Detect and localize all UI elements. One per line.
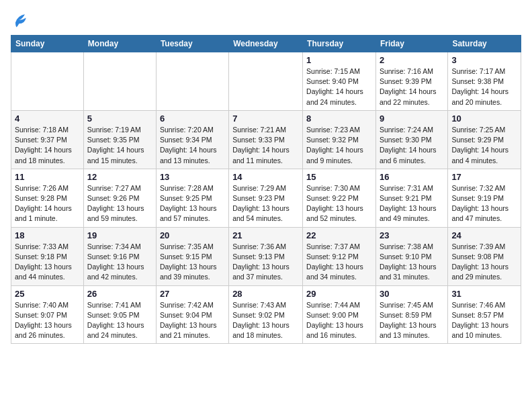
calendar-cell: 17Sunrise: 7:32 AMSunset: 9:19 PMDayligh… [448, 169, 521, 227]
calendar-cell: 20Sunrise: 7:35 AMSunset: 9:15 PMDayligh… [156, 227, 228, 285]
day-info: Sunrise: 7:45 AMSunset: 8:59 PMDaylight:… [380, 300, 444, 341]
calendar-cell: 25Sunrise: 7:40 AMSunset: 9:07 PMDayligh… [11, 285, 84, 344]
day-number: 12 [87, 172, 152, 182]
calendar-cell: 1Sunrise: 7:15 AMSunset: 9:40 PMDaylight… [303, 52, 376, 111]
calendar-cell: 3Sunrise: 7:17 AMSunset: 9:38 PMDaylight… [448, 52, 521, 111]
logo-icon [11, 11, 30, 30]
calendar-cell: 15Sunrise: 7:30 AMSunset: 9:22 PMDayligh… [303, 169, 376, 227]
day-info: Sunrise: 7:43 AMSunset: 9:02 PMDaylight:… [232, 300, 299, 341]
page-header [11, 11, 521, 30]
day-number: 26 [87, 289, 152, 299]
calendar-cell: 10Sunrise: 7:25 AMSunset: 9:29 PMDayligh… [448, 110, 521, 169]
day-info: Sunrise: 7:46 AMSunset: 8:57 PMDaylight:… [451, 300, 517, 341]
calendar-cell: 12Sunrise: 7:27 AMSunset: 9:26 PMDayligh… [83, 169, 156, 227]
day-info: Sunrise: 7:19 AMSunset: 9:35 PMDaylight:… [87, 125, 152, 166]
day-info: Sunrise: 7:42 AMSunset: 9:04 PMDaylight:… [160, 300, 225, 341]
day-info: Sunrise: 7:31 AMSunset: 9:21 PMDaylight:… [380, 183, 444, 224]
day-info: Sunrise: 7:38 AMSunset: 9:10 PMDaylight:… [380, 242, 444, 283]
calendar-cell: 13Sunrise: 7:28 AMSunset: 9:25 PMDayligh… [156, 169, 228, 227]
calendar-cell: 14Sunrise: 7:29 AMSunset: 9:23 PMDayligh… [229, 169, 303, 227]
day-info: Sunrise: 7:24 AMSunset: 9:30 PMDaylight:… [380, 125, 444, 166]
calendar-cell: 6Sunrise: 7:20 AMSunset: 9:34 PMDaylight… [156, 110, 228, 169]
day-number: 23 [380, 230, 444, 240]
day-number: 11 [15, 172, 80, 182]
day-number: 20 [160, 230, 225, 240]
calendar-cell: 21Sunrise: 7:36 AMSunset: 9:13 PMDayligh… [229, 227, 303, 285]
day-number: 29 [306, 289, 372, 299]
day-info: Sunrise: 7:25 AMSunset: 9:29 PMDaylight:… [451, 125, 517, 166]
day-number: 8 [306, 113, 372, 124]
day-number: 18 [15, 230, 80, 240]
day-info: Sunrise: 7:26 AMSunset: 9:28 PMDaylight:… [15, 183, 80, 224]
day-number: 17 [451, 172, 517, 182]
calendar-table: SundayMondayTuesdayWednesdayThursdayFrid… [11, 35, 521, 344]
calendar-cell: 27Sunrise: 7:42 AMSunset: 9:04 PMDayligh… [156, 285, 228, 344]
day-info: Sunrise: 7:40 AMSunset: 9:07 PMDaylight:… [15, 300, 80, 341]
calendar-week-2: 4Sunrise: 7:18 AMSunset: 9:37 PMDaylight… [11, 110, 521, 169]
calendar-week-1: 1Sunrise: 7:15 AMSunset: 9:40 PMDaylight… [11, 52, 521, 111]
day-number: 15 [306, 172, 372, 182]
day-info: Sunrise: 7:27 AMSunset: 9:26 PMDaylight:… [87, 183, 152, 224]
day-info: Sunrise: 7:32 AMSunset: 9:19 PMDaylight:… [451, 183, 517, 224]
day-number: 19 [87, 230, 152, 240]
calendar-cell: 31Sunrise: 7:46 AMSunset: 8:57 PMDayligh… [448, 285, 521, 344]
day-info: Sunrise: 7:36 AMSunset: 9:13 PMDaylight:… [232, 242, 299, 283]
day-number: 7 [232, 113, 299, 124]
calendar-cell: 23Sunrise: 7:38 AMSunset: 9:10 PMDayligh… [375, 227, 447, 285]
day-number: 27 [160, 289, 225, 299]
day-number: 6 [160, 113, 225, 124]
calendar-cell [83, 52, 156, 111]
day-info: Sunrise: 7:39 AMSunset: 9:08 PMDaylight:… [451, 242, 517, 283]
day-info: Sunrise: 7:20 AMSunset: 9:34 PMDaylight:… [160, 125, 225, 166]
header-day-saturday: Saturday [448, 36, 521, 52]
day-number: 2 [380, 55, 444, 65]
calendar-cell [11, 52, 84, 111]
calendar-cell: 18Sunrise: 7:33 AMSunset: 9:18 PMDayligh… [11, 227, 84, 285]
calendar-cell: 7Sunrise: 7:21 AMSunset: 9:33 PMDaylight… [229, 110, 303, 169]
logo [11, 11, 32, 30]
header-row: SundayMondayTuesdayWednesdayThursdayFrid… [11, 36, 521, 52]
calendar-cell [229, 52, 303, 111]
day-info: Sunrise: 7:30 AMSunset: 9:22 PMDaylight:… [306, 183, 372, 224]
day-number: 28 [232, 289, 299, 299]
day-info: Sunrise: 7:33 AMSunset: 9:18 PMDaylight:… [15, 242, 80, 283]
calendar-week-3: 11Sunrise: 7:26 AMSunset: 9:28 PMDayligh… [11, 169, 521, 227]
calendar-cell: 8Sunrise: 7:23 AMSunset: 9:32 PMDaylight… [303, 110, 376, 169]
header-day-thursday: Thursday [303, 36, 376, 52]
day-number: 3 [451, 55, 517, 65]
calendar-cell: 2Sunrise: 7:16 AMSunset: 9:39 PMDaylight… [375, 52, 447, 111]
calendar-cell: 30Sunrise: 7:45 AMSunset: 8:59 PMDayligh… [375, 285, 447, 344]
calendar-cell: 5Sunrise: 7:19 AMSunset: 9:35 PMDaylight… [83, 110, 156, 169]
calendar-cell: 29Sunrise: 7:44 AMSunset: 9:00 PMDayligh… [303, 285, 376, 344]
day-number: 4 [15, 113, 80, 124]
header-day-wednesday: Wednesday [229, 36, 303, 52]
day-info: Sunrise: 7:41 AMSunset: 9:05 PMDaylight:… [87, 300, 152, 341]
day-number: 31 [451, 289, 517, 299]
day-info: Sunrise: 7:37 AMSunset: 9:12 PMDaylight:… [306, 242, 372, 283]
day-number: 5 [87, 113, 152, 124]
calendar-cell: 26Sunrise: 7:41 AMSunset: 9:05 PMDayligh… [83, 285, 156, 344]
header-day-monday: Monday [83, 36, 156, 52]
day-number: 14 [232, 172, 299, 182]
day-number: 10 [451, 113, 517, 124]
calendar-week-4: 18Sunrise: 7:33 AMSunset: 9:18 PMDayligh… [11, 227, 521, 285]
calendar-cell: 28Sunrise: 7:43 AMSunset: 9:02 PMDayligh… [229, 285, 303, 344]
calendar-cell: 24Sunrise: 7:39 AMSunset: 9:08 PMDayligh… [448, 227, 521, 285]
day-info: Sunrise: 7:21 AMSunset: 9:33 PMDaylight:… [232, 125, 299, 166]
day-number: 24 [451, 230, 517, 240]
day-number: 30 [380, 289, 444, 299]
day-info: Sunrise: 7:34 AMSunset: 9:16 PMDaylight:… [87, 242, 152, 283]
day-info: Sunrise: 7:15 AMSunset: 9:40 PMDaylight:… [306, 66, 372, 107]
day-info: Sunrise: 7:16 AMSunset: 9:39 PMDaylight:… [380, 66, 444, 107]
calendar-cell: 19Sunrise: 7:34 AMSunset: 9:16 PMDayligh… [83, 227, 156, 285]
day-number: 16 [380, 172, 444, 182]
calendar-cell: 4Sunrise: 7:18 AMSunset: 9:37 PMDaylight… [11, 110, 84, 169]
day-info: Sunrise: 7:29 AMSunset: 9:23 PMDaylight:… [232, 183, 299, 224]
header-day-sunday: Sunday [11, 36, 84, 52]
calendar-cell: 16Sunrise: 7:31 AMSunset: 9:21 PMDayligh… [375, 169, 447, 227]
day-info: Sunrise: 7:44 AMSunset: 9:00 PMDaylight:… [306, 300, 372, 341]
day-info: Sunrise: 7:23 AMSunset: 9:32 PMDaylight:… [306, 125, 372, 166]
calendar-cell [156, 52, 228, 111]
day-number: 1 [306, 55, 372, 65]
day-number: 21 [232, 230, 299, 240]
